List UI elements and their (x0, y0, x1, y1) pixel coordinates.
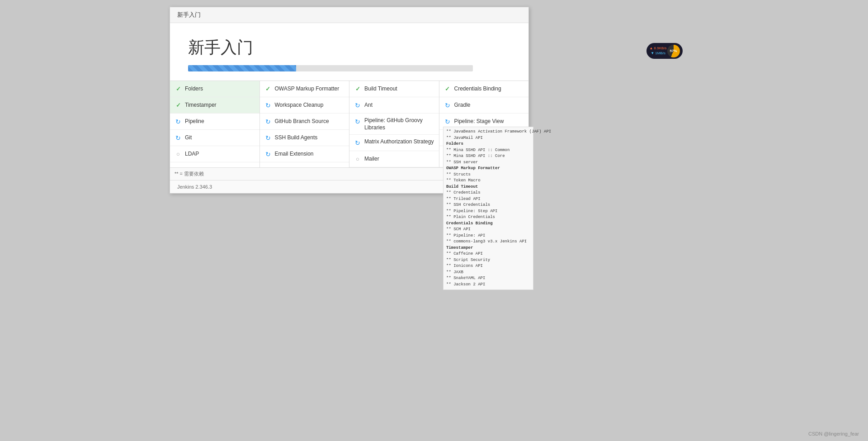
log-line: ** SSH Credentials (446, 203, 490, 207)
progress-bar-fill (188, 65, 296, 71)
check-icon (175, 102, 182, 109)
spin-icon (264, 151, 272, 158)
plugin-label-pipeline: Pipeline (185, 118, 204, 125)
check-icon (354, 85, 361, 93)
log-line: ** Mina SSHD API :: Common (446, 148, 509, 152)
plugin-item-ssh-build-agents: SSH Build Agents (260, 130, 349, 146)
log-line: ** Pipeline: API (446, 233, 485, 238)
plugin-item-git: Git (170, 130, 259, 146)
plugin-item-owasp: OWASP Markup Formatter (260, 81, 349, 97)
log-line: ** Structs (446, 172, 471, 177)
check-icon (444, 85, 451, 93)
plugin-label-mailer: Mailer (364, 156, 379, 163)
plugin-item-ldap: LDAP (170, 146, 259, 162)
log-line: ** Script Security (446, 258, 490, 262)
plugin-label-pipeline-stage-view: Pipeline: Stage View (454, 118, 504, 125)
spin-icon (354, 102, 361, 109)
plugin-label-ldap: LDAP (185, 151, 199, 158)
plugin-label-ssh-build-agents: SSH Build Agents (275, 134, 318, 142)
spin-icon (264, 134, 272, 142)
plugin-label-ant: Ant (364, 102, 373, 109)
log-line: ** Trilead API (446, 197, 481, 201)
net-info: ▲ 8.9KB/s ▼ 1MB/s (649, 46, 666, 56)
plugin-label-owasp: OWASP Markup Formatter (275, 85, 340, 93)
log-line: ** Credentials (446, 190, 481, 195)
log-line: Timestamper (446, 246, 473, 250)
net-up: ▲ 8.9KB/s (649, 46, 666, 51)
plugin-item-pipeline-github-groovy: Pipeline: GitHub Groovy Libraries (349, 114, 439, 135)
progress-bar-container (188, 65, 473, 71)
check-icon (175, 85, 182, 93)
spin-icon (264, 102, 272, 109)
plugin-item-matrix-auth: Matrix Authorization Strategy (349, 135, 439, 151)
plugin-label-workspace-cleanup: Workspace Cleanup (275, 102, 324, 109)
dialog-title: 新手入门 (177, 11, 201, 18)
spin-icon (444, 118, 451, 125)
plugin-item-pipeline: Pipeline (170, 114, 259, 130)
legend-text: ** = 需要依赖 (175, 171, 204, 176)
log-line: ** Plain Credentials (446, 215, 495, 219)
plugin-column-col2: OWASP Markup FormatterWorkspace CleanupG… (260, 81, 350, 167)
net-down: ▼ 1MB/s (649, 51, 666, 56)
plugin-label-pipeline-github-groovy: Pipeline: GitHub Groovy Libraries (364, 117, 434, 131)
plugin-label-folders: Folders (185, 85, 203, 93)
watermark: CSDN @lingering_fear (808, 431, 859, 436)
log-line: ** JAXB (446, 270, 463, 275)
plugin-label-build-timeout: Build Timeout (364, 85, 397, 93)
spin-icon (264, 118, 272, 125)
spin-icon (175, 118, 182, 125)
log-line: ** JavaBeans Activation Framework (JAF) … (446, 129, 551, 134)
plugin-label-git: Git (185, 134, 192, 142)
log-line: ** SnakeYAML API (446, 276, 485, 280)
log-line: ** Jackson 2 API (446, 282, 485, 287)
log-line: ** commons-lang3 v3.x Jenkins API (446, 239, 527, 244)
spin-icon (354, 118, 361, 125)
plugin-item-timestamper: Timestamper (170, 97, 259, 114)
log-line: ** SCM API (446, 227, 471, 232)
footer-text: Jenkins 2.346.3 (177, 184, 212, 190)
plugin-label-timestamper: Timestamper (185, 102, 217, 109)
log-line: Build Timeout (446, 185, 478, 189)
log-line: Credentials Binding (446, 221, 493, 226)
dialog-titlebar: 新手入门 (170, 7, 528, 23)
spin-icon (444, 102, 451, 109)
spin-icon (175, 134, 182, 142)
plugin-label-matrix-auth: Matrix Authorization Strategy (364, 138, 434, 146)
check-icon (264, 85, 272, 93)
log-line: ** Ionicons API (446, 264, 483, 268)
empty-icon (354, 156, 361, 163)
log-line: ** SSH server (446, 160, 478, 165)
empty-icon (175, 151, 182, 158)
plugin-item-email-extension: Email Extension (260, 146, 349, 162)
plugin-column-col3: Build TimeoutAntPipeline: GitHub Groovy … (349, 81, 439, 167)
log-line: OWASP Markup Formatter (446, 166, 500, 171)
log-line: ** Pipeline: Step API (446, 209, 497, 213)
header-section: 新手入门 (170, 23, 528, 81)
plugin-item-folders: Folders (170, 81, 259, 97)
plugin-label-github-branch-source: GitHub Branch Source (275, 118, 329, 125)
log-line: ** Caffeine API (446, 251, 483, 256)
sys-monitor: ▲ 8.9KB/s ▼ 1MB/s 57% (646, 43, 683, 59)
cpu-circle: 57% (667, 45, 680, 57)
plugin-item-gradle: Gradle (439, 97, 529, 114)
log-line: ** Token Macro (446, 178, 481, 183)
spin-icon (354, 139, 361, 147)
plugin-item-credentials-binding: Credentials Binding (439, 81, 529, 97)
plugin-item-build-timeout: Build Timeout (349, 81, 439, 97)
plugin-label-credentials-binding: Credentials Binding (454, 85, 501, 93)
plugin-item-ant: Ant (349, 97, 439, 114)
plugin-label-email-extension: Email Extension (275, 151, 314, 158)
main-title: 新手入门 (188, 37, 510, 59)
plugin-item-mailer: Mailer (349, 151, 439, 167)
log-line: ** Mina SSHD API :: Core (446, 154, 505, 158)
plugin-item-github-branch-source: GitHub Branch Source (260, 114, 349, 130)
log-line: Folders (446, 142, 463, 146)
plugin-column-col1: FoldersTimestamperPipelineGitLDAP (170, 81, 260, 167)
side-log: ** JavaBeans Activation Framework (JAF) … (443, 127, 533, 290)
plugin-item-workspace-cleanup: Workspace Cleanup (260, 97, 349, 114)
plugin-label-gradle: Gradle (454, 102, 471, 109)
log-line: ** JavaMail API (446, 136, 483, 140)
